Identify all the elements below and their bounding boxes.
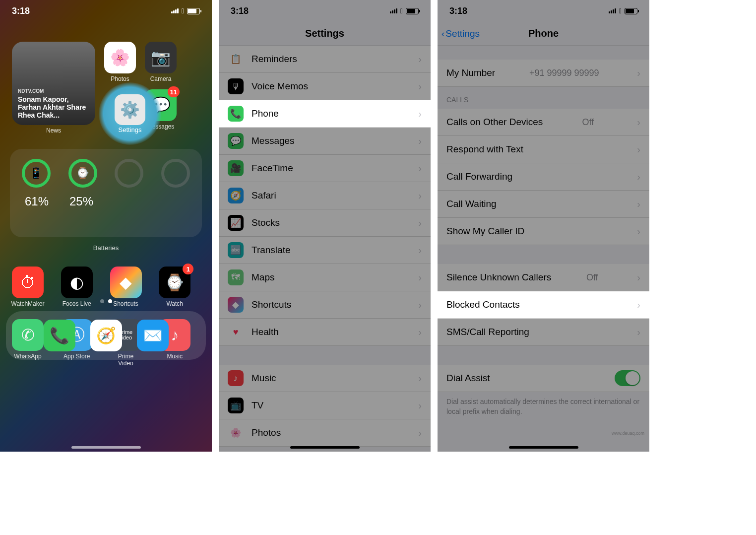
cellular-icon <box>609 8 616 13</box>
row-label: Call Waiting <box>446 199 497 209</box>
row-tv[interactable]: 📺TV› <box>219 392 431 419</box>
news-widget[interactable]: NDTV.COM Sonam Kapoor, Farhan Akhtar Sha… <box>12 42 95 125</box>
settings-highlight: ⚙️ Settings <box>99 82 161 145</box>
home-indicator[interactable] <box>509 446 578 449</box>
news-source: NDTV.COM <box>18 88 89 94</box>
row-photos[interactable]: 🌸Photos› <box>219 419 431 447</box>
row-respond-text[interactable]: Respond with Text› <box>438 136 649 163</box>
settings-label: Settings <box>119 126 142 134</box>
chevron-right-icon: › <box>637 299 640 311</box>
battery-pct-1: 61% <box>25 195 63 208</box>
music-icon: ♪ <box>228 370 244 386</box>
status-bar: 3:18 􀙇 <box>0 0 212 22</box>
watch-icon: ⌚1 <box>159 267 190 298</box>
row-caller-id[interactable]: Show My Caller ID› <box>438 218 649 245</box>
row-label: Blocked Contacts <box>446 299 520 310</box>
tv-icon: 📺 <box>228 398 244 413</box>
translate-icon: 🔤 <box>228 242 244 258</box>
page-indicator[interactable] <box>0 299 212 303</box>
chevron-right-icon: › <box>418 373 422 384</box>
row-label: Call Forwarding <box>446 171 512 182</box>
row-phone[interactable]: 📞Phone› <box>219 100 431 128</box>
status-time: 3:18 <box>449 6 467 16</box>
badge: 11 <box>168 86 180 97</box>
battery-icon <box>625 8 637 14</box>
section-header-calls: CALLS <box>438 87 649 109</box>
row-safari[interactable]: 🧭Safari› <box>219 182 431 209</box>
row-label: Silence Unknown Callers <box>446 272 551 283</box>
row-music[interactable]: ♪Music› <box>219 365 431 392</box>
status-time: 3:18 <box>12 6 30 16</box>
photos-app[interactable]: 🌸 Photos <box>104 42 136 82</box>
wifi-icon: 􀙇 <box>400 7 403 15</box>
row-silence-unknown[interactable]: Silence Unknown CallersOff› <box>438 264 649 291</box>
row-label: Phone <box>252 108 279 119</box>
row-reminders[interactable]: 📋Reminders› <box>219 46 431 73</box>
row-health[interactable]: ♥Health› <box>219 319 431 346</box>
row-call-forwarding[interactable]: Call Forwarding› <box>438 163 649 191</box>
battery-ring-watch: ⌚ <box>68 159 97 188</box>
shortcuts-icon: ◆ <box>228 297 244 313</box>
row-maps[interactable]: 🗺Maps› <box>219 264 431 291</box>
chevron-right-icon: › <box>418 81 422 92</box>
chevron-right-icon: › <box>418 108 422 120</box>
stocks-icon: 📈 <box>228 215 244 231</box>
home-indicator[interactable] <box>290 446 360 449</box>
phone-icon: 📞 <box>228 106 244 122</box>
phone-settings-list[interactable]: My Number+91 99999 99999› CALLS Calls on… <box>438 46 649 421</box>
back-button[interactable]: ‹Settings <box>441 28 480 39</box>
row-calls-other-devices[interactable]: Calls on Other DevicesOff› <box>438 109 649 136</box>
row-shortcuts[interactable]: ◆Shortcuts› <box>219 291 431 319</box>
row-label: Health <box>252 327 279 337</box>
row-my-number[interactable]: My Number+91 99999 99999› <box>438 60 649 87</box>
back-label: Settings <box>445 28 480 39</box>
reminders-icon: 📋 <box>228 51 244 67</box>
battery-ring-phone: 📱 <box>22 159 51 188</box>
chevron-right-icon: › <box>418 427 422 439</box>
row-label: Photos <box>252 427 281 438</box>
dock-phone-icon[interactable]: 📞 <box>44 320 75 351</box>
status-time: 3:18 <box>231 6 249 16</box>
batteries-widget[interactable]: 📱 ⌚ 61% 25% <box>10 149 202 237</box>
chevron-right-icon: › <box>637 272 640 283</box>
chevron-right-icon: › <box>637 171 640 183</box>
dial-assist-footer: Dial assist automatically determines the… <box>438 392 649 421</box>
chevron-right-icon: › <box>637 327 640 338</box>
row-label: Safari <box>252 190 276 201</box>
row-label: SMS/Call Reporting <box>446 327 529 337</box>
home-indicator[interactable] <box>71 446 141 449</box>
phone-settings-screen: 3:18 􀙇 ‹Settings Phone My Number+91 9999… <box>438 0 649 452</box>
row-messages[interactable]: 💬Messages› <box>219 128 431 155</box>
news-label: News <box>12 127 95 134</box>
row-facetime[interactable]: 🎥FaceTime› <box>219 155 431 182</box>
health-icon: ♥ <box>228 324 244 340</box>
chevron-right-icon: › <box>418 135 422 147</box>
row-label: Maps <box>252 272 274 283</box>
row-blocked-contacts[interactable]: Blocked Contacts› <box>438 291 649 319</box>
cellular-icon <box>171 8 179 13</box>
row-voicememos[interactable]: 🎙Voice Memos› <box>219 73 431 100</box>
dock-mail-icon[interactable]: ✉️ <box>137 320 169 351</box>
chevron-right-icon: › <box>637 117 640 128</box>
chevron-right-icon: › <box>637 144 640 155</box>
batteries-label: Batteries <box>0 244 212 252</box>
settings-list[interactable]: 📋Reminders› 🎙Voice Memos› 📞Phone› 💬Messa… <box>219 46 431 447</box>
status-icons: 􀙇 <box>609 7 637 15</box>
row-value: Off <box>586 272 598 283</box>
row-stocks[interactable]: 📈Stocks› <box>219 209 431 237</box>
row-dial-assist[interactable]: Dial Assist <box>438 365 649 392</box>
settings-icon[interactable]: ⚙️ <box>115 94 145 125</box>
row-value: +91 99999 99999 <box>529 68 599 78</box>
row-label: Show My Caller ID <box>446 226 524 237</box>
row-translate[interactable]: 🔤Translate› <box>219 237 431 264</box>
chevron-right-icon: › <box>418 163 422 174</box>
row-value: Off <box>582 117 594 128</box>
dial-assist-toggle[interactable] <box>615 370 640 386</box>
wifi-icon: 􀙇 <box>182 7 184 15</box>
camera-app[interactable]: 📷 Camera <box>145 42 177 82</box>
row-sms-reporting[interactable]: SMS/Call Reporting› <box>438 319 649 346</box>
row-call-waiting[interactable]: Call Waiting› <box>438 191 649 218</box>
wifi-icon: 􀙇 <box>619 7 622 15</box>
app-label: Photos <box>111 75 129 82</box>
dock-safari-icon[interactable]: 🧭 <box>90 320 122 351</box>
